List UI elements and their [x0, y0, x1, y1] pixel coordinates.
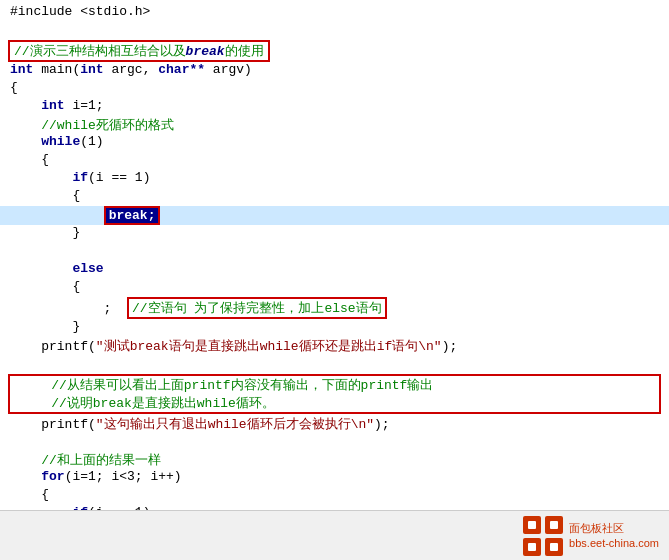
line-20 [0, 355, 669, 373]
logo-icon [523, 516, 563, 556]
comment-box-multiline: //从结果可以看出上面printf内容没有输出，下面的printf输出 //说明… [8, 374, 661, 414]
line-3: //演示三种结构相互结合以及break的使用 [0, 40, 669, 62]
svg-rect-7 [550, 543, 558, 551]
line-16: { [0, 279, 669, 297]
line-21: //从结果可以看出上面printf内容没有输出，下面的printf输出 [10, 376, 659, 394]
line-25: //和上面的结果一样 [0, 451, 669, 469]
logo-text: 面包板社区 bbs.eet-china.com [569, 521, 659, 550]
line-1: #include <stdio.h> [0, 4, 669, 22]
line-15: else [0, 261, 669, 279]
line-24 [0, 433, 669, 451]
code-area: #include <stdio.h> //演示三种结构相互结合以及break的使… [0, 0, 669, 510]
line-11: { [0, 188, 669, 206]
line-8: while(1) [0, 134, 669, 152]
line-9: { [0, 152, 669, 170]
line-13: } [0, 225, 669, 243]
line-4: int main(int argc, char** argv) [0, 62, 669, 80]
svg-rect-5 [550, 521, 558, 529]
line-26: for(i=1; i<3; i++) [0, 469, 669, 487]
line-7: //while死循环的格式 [0, 116, 669, 134]
line-23: printf("这句输出只有退出while循环后才会被执行\n"); [0, 415, 669, 433]
svg-rect-4 [528, 521, 536, 529]
footer: 面包板社区 bbs.eet-china.com [0, 510, 669, 560]
logo-area: 面包板社区 bbs.eet-china.com [523, 516, 659, 556]
line-6: int i=1; [0, 98, 669, 116]
line-14 [0, 243, 669, 261]
line-17: ; //空语句 为了保持完整性，加上else语句 [0, 297, 669, 319]
line-27: { [0, 487, 669, 505]
svg-rect-6 [528, 543, 536, 551]
line-12: break; [0, 206, 669, 225]
line-19: printf("测试break语句是直接跳出while循环还是跳出if语句\n"… [0, 337, 669, 355]
line-5: { [0, 80, 669, 98]
line-2 [0, 22, 669, 40]
line-22: //说明break是直接跳出while循环。 [10, 394, 659, 412]
line-10: if(i == 1) [0, 170, 669, 188]
line-18: } [0, 319, 669, 337]
